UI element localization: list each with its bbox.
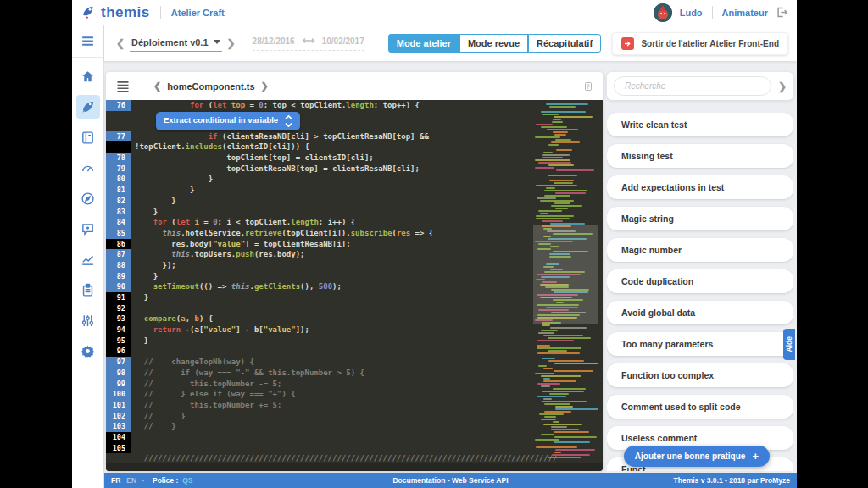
sidebar-item-filters[interactable]	[76, 308, 100, 332]
line-number[interactable]: 76	[106, 100, 131, 111]
practice-card[interactable]: Function too complex	[607, 363, 793, 387]
sprint-next-icon[interactable]: ❯	[224, 37, 239, 49]
help-tab[interactable]: Aide	[783, 329, 795, 360]
line-number[interactable]: 84	[106, 217, 131, 228]
practice-card[interactable]: Comment used to split code	[607, 395, 793, 419]
code-line[interactable]: !topClient.includes(clientsID[cli])) {	[106, 141, 603, 152]
add-practice-button[interactable]: Ajouter une bonne pratique +	[624, 446, 770, 467]
sprint-selector[interactable]: Déploiement v0.1	[130, 36, 221, 52]
code-line[interactable]: 77 if (clientsResaNB[cli] > topClientRes…	[106, 131, 603, 142]
sidebar-menu-icon[interactable]	[76, 29, 100, 53]
sprint-prev-icon[interactable]: ❮	[113, 37, 128, 49]
practice-card[interactable]: Write clean test	[607, 113, 793, 136]
lang-en[interactable]: EN	[126, 476, 136, 485]
line-number[interactable]: 99	[106, 379, 131, 390]
lang-fr[interactable]: FR	[111, 476, 120, 485]
line-number[interactable]: 96	[106, 346, 131, 357]
code-line[interactable]: 92	[106, 303, 603, 314]
minimap-viewport[interactable]	[533, 225, 598, 324]
code-line[interactable]: 93 compare(a, b) {	[106, 313, 603, 324]
file-next-icon[interactable]: ❯	[261, 80, 269, 92]
horizontal-scrollbar[interactable]	[106, 463, 603, 471]
date-range[interactable]: 28/12/2016 10/02/2017	[253, 36, 364, 51]
line-number[interactable]: 82	[106, 196, 131, 207]
code-line[interactable]: 85 this.hotelService.retrieve(topClient[…	[106, 228, 603, 239]
code-line[interactable]: 78 topClient[top] = clientsID[cli];	[106, 152, 603, 164]
line-number[interactable]: 77	[106, 131, 131, 142]
minimap[interactable]	[533, 103, 598, 460]
line-number[interactable]: 80	[106, 174, 131, 185]
code-line[interactable]: Extract conditional in variable	[106, 111, 603, 131]
line-number[interactable]: 91	[106, 292, 131, 303]
sidebar-item-workshop-rocket[interactable]	[76, 95, 100, 119]
tab-mode-revue[interactable]: Mode revue	[459, 34, 528, 53]
line-number[interactable]: 83	[106, 207, 131, 218]
sidebar-item-home[interactable]	[76, 64, 100, 88]
code-line[interactable]: 105	[106, 443, 603, 454]
practice-card[interactable]: Avoid global data	[607, 301, 793, 324]
code-line[interactable]: 80 }	[106, 174, 603, 185]
logout-icon[interactable]	[776, 6, 788, 19]
practice-card[interactable]: Add expectations in test	[607, 175, 793, 199]
line-number[interactable]: 98	[106, 368, 131, 379]
practice-card[interactable]: Magic string	[607, 207, 793, 230]
tab-recapitulatif[interactable]: Récapitulatif	[528, 34, 601, 53]
tooltip-updown-icon[interactable]	[285, 115, 292, 127]
user-avatar[interactable]	[654, 3, 672, 22]
user-name[interactable]: Ludo	[680, 8, 703, 18]
sidebar-item-clipboard[interactable]	[76, 278, 100, 302]
line-number[interactable]: 79	[106, 164, 131, 175]
search-next-icon[interactable]: ❯	[778, 80, 787, 92]
copy-file-icon[interactable]	[584, 81, 593, 92]
line-number[interactable]: 92	[106, 303, 131, 314]
code-line[interactable]: 90 setTimeout(() => this.getClients(), 5…	[106, 281, 603, 292]
file-list-icon[interactable]	[116, 80, 130, 92]
line-number[interactable]: 88	[106, 260, 131, 271]
logo[interactable]: themis	[81, 4, 150, 21]
line-number[interactable]	[106, 141, 131, 152]
code-line[interactable]: 96	[106, 346, 603, 357]
code-line[interactable]: 98 // if (way === "-" && this.topNumber …	[106, 368, 603, 379]
line-number[interactable]: 105	[106, 443, 131, 454]
line-number[interactable]: 81	[106, 185, 131, 196]
code-line[interactable]: 89 }	[106, 271, 603, 282]
police-value[interactable]: QS	[182, 476, 192, 485]
code-line[interactable]: 82 }	[106, 196, 603, 207]
practice-card[interactable]: Missing test	[607, 144, 793, 168]
line-number[interactable]: 93	[106, 313, 131, 324]
file-prev-icon[interactable]: ❮	[153, 80, 161, 92]
code-line[interactable]: 81 }	[106, 185, 603, 196]
practice-card[interactable]: Too many parameters	[607, 332, 793, 356]
code-line[interactable]: 79 topClientResaNB[top] = clientsResaNB[…	[106, 164, 603, 175]
code-line[interactable]: 99 // this.topNumber -= 5;	[106, 379, 603, 390]
line-number[interactable]: 103	[106, 421, 131, 432]
line-number[interactable]: 101	[106, 400, 131, 411]
sidebar-item-journal[interactable]	[76, 125, 100, 149]
role-button[interactable]: Animateur	[722, 8, 768, 18]
code-line[interactable]: 100 // } else if (way === "+") {	[106, 389, 603, 400]
tab-mode-atelier[interactable]: Mode atelier	[388, 34, 459, 53]
line-number[interactable]: 94	[106, 324, 131, 336]
code-line[interactable]: 87 this.topUsers.push(res.body);	[106, 249, 603, 260]
code-line[interactable]: 88 });	[106, 260, 603, 271]
sidebar-item-settings-gear[interactable]	[76, 339, 100, 363]
line-number[interactable]: 85	[106, 228, 131, 239]
code-line[interactable]: 86 res.body["value"] = topClientResaNB[i…	[106, 239, 603, 250]
line-number[interactable]: 89	[106, 271, 131, 282]
code-line[interactable]: 103 // }	[106, 421, 603, 432]
code-line[interactable]: 101 // this.topNumber += 5;	[106, 400, 603, 411]
exit-workshop-button[interactable]: Sortir de l'atelier Atelier Front-End	[612, 32, 788, 55]
sidebar-item-gauge[interactable]	[76, 156, 100, 180]
line-number[interactable]: 87	[106, 249, 131, 260]
sidebar-item-stats[interactable]	[76, 247, 100, 271]
line-number[interactable]: 100	[106, 389, 131, 400]
line-number[interactable]: 104	[106, 432, 131, 443]
code-area[interactable]: 76 for (let top = 0; top < topClient.len…	[106, 100, 603, 471]
sidebar-item-chat[interactable]	[76, 217, 100, 241]
code-line[interactable]: 102 // }	[106, 411, 603, 422]
code-line[interactable]: 91 }	[106, 292, 603, 303]
line-number[interactable]: 86	[106, 239, 131, 250]
code-line[interactable]: 84 for (let i = 0; i < topClient.length;…	[106, 217, 603, 228]
code-line[interactable]: 94 return -(a["value"] - b["value"]);	[106, 324, 603, 336]
line-number[interactable]: 102	[106, 411, 131, 422]
